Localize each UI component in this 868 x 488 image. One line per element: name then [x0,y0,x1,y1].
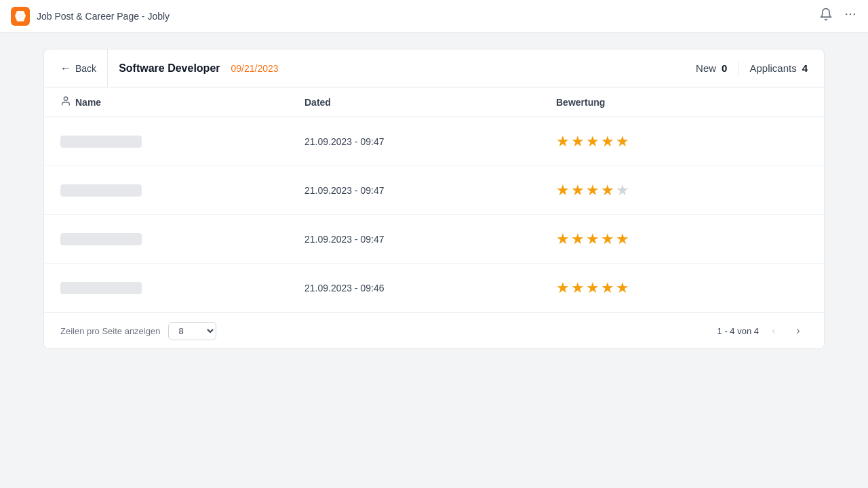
header-stats: New 0 Applicants 4 [696,62,808,75]
star-5: ★ [616,182,629,199]
person-icon [60,96,71,108]
col-name-label: Name [75,97,101,108]
more-options-icon[interactable] [844,7,857,24]
star-2: ★ [571,133,585,150]
pagination-text: 1 - 4 von 4 [717,326,759,336]
applicant-rating: ★ ★ ★ ★ ★ [556,230,808,248]
new-count: 0 [722,62,727,74]
applicant-rating: ★ ★ ★ ★ ★ [556,182,808,199]
table-header: Name Dated Bewertung [44,87,824,117]
applicant-rating: ★ ★ ★ ★ ★ [556,133,808,150]
back-label: Back [75,63,96,74]
star-1: ★ [556,230,570,248]
rows-per-page-select[interactable]: 8 16 24 32 [168,322,216,340]
applicant-rating: ★ ★ ★ ★ ★ [556,279,808,297]
star-4: ★ [601,230,614,248]
applicant-name-placeholder [60,136,142,148]
star-1: ★ [556,279,570,297]
main-card: ← Back Software Developer 09/21/2023 New… [43,49,825,349]
applicant-name-placeholder [60,282,142,294]
new-label: New [696,62,716,74]
card-footer: Zeilen pro Seite anzeigen 8 16 24 32 1 -… [44,312,824,348]
svg-point-2 [854,14,856,16]
applicant-date: 21.09.2023 - 09:47 [304,234,556,245]
star-3: ★ [586,133,599,150]
col-rating-header: Bewertung [556,96,808,108]
app-title: Job Post & Career Page - Jobly [37,11,170,22]
svg-point-3 [64,97,67,100]
stats-divider [738,62,738,75]
star-5: ★ [616,279,629,297]
job-title: Software Developer [119,62,220,75]
applicant-date: 21.09.2023 - 09:47 [304,185,556,196]
star-5: ★ [616,133,629,150]
star-3: ★ [586,279,599,297]
star-1: ★ [556,133,570,150]
svg-point-1 [850,14,852,16]
svg-point-0 [846,14,848,16]
applicant-date: 21.09.2023 - 09:46 [304,283,556,293]
star-1: ★ [556,182,570,199]
table-row[interactable]: 21.09.2023 - 09:46 ★ ★ ★ ★ ★ [44,264,824,312]
topbar-actions [819,7,857,24]
star-4: ★ [601,279,614,297]
star-2: ★ [571,182,585,199]
col-name-header: Name [60,96,304,108]
col-dated-header: Dated [304,96,556,108]
applicants-table: Name Dated Bewertung 21.09.2023 - 09:47 … [44,87,824,312]
main-content: ← Back Software Developer 09/21/2023 New… [0,33,868,365]
star-4: ★ [601,182,614,199]
star-5: ★ [616,230,629,248]
star-2: ★ [571,279,585,297]
card-header: ← Back Software Developer 09/21/2023 New… [44,49,824,87]
pagination: 1 - 4 von 4 ‹ › [717,321,808,340]
col-dated-label: Dated [304,97,331,108]
star-4: ★ [601,133,614,150]
table-row[interactable]: 21.09.2023 - 09:47 ★ ★ ★ ★ ★ [44,215,824,264]
applicant-name-placeholder [60,184,142,197]
notification-icon[interactable] [819,7,833,24]
star-2: ★ [571,230,585,248]
applicant-date: 21.09.2023 - 09:47 [304,136,556,147]
star-3: ★ [586,182,599,199]
star-3: ★ [586,230,599,248]
topbar: Job Post & Career Page - Jobly [0,0,868,33]
applicants-label: Applicants [749,62,796,74]
prev-page-button[interactable]: ‹ [764,321,783,340]
back-arrow-icon: ← [60,62,71,75]
table-row[interactable]: 21.09.2023 - 09:47 ★ ★ ★ ★ ★ [44,117,824,166]
app-logo [11,7,30,26]
applicants-count: 4 [802,62,808,74]
col-rating-label: Bewertung [556,97,605,108]
back-button[interactable]: ← Back [60,49,108,87]
rows-per-page-label: Zeilen pro Seite anzeigen [60,326,160,336]
applicant-name-placeholder [60,233,142,245]
table-row[interactable]: 21.09.2023 - 09:47 ★ ★ ★ ★ ★ [44,166,824,215]
next-page-button[interactable]: › [789,321,808,340]
job-date: 09/21/2023 [231,63,279,74]
